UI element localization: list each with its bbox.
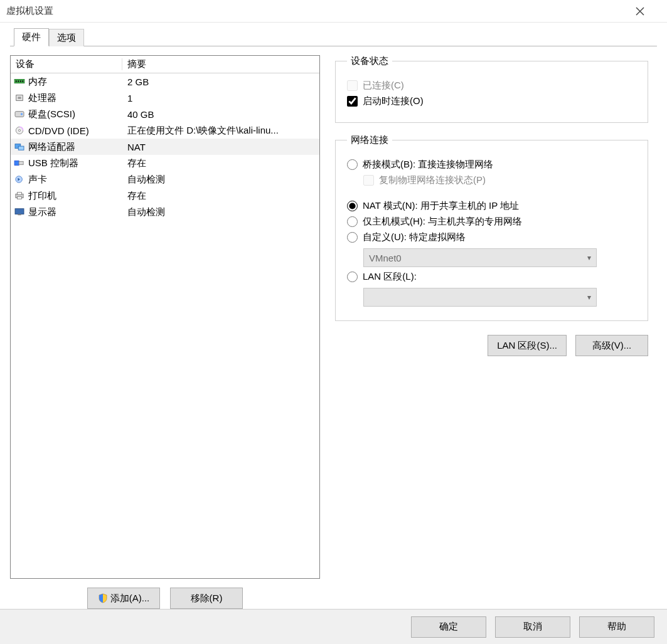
svg-point-8	[21, 113, 23, 115]
device-summary: 1	[122, 93, 319, 103]
custom-network-select: VMnet0 ▾	[363, 248, 597, 267]
device-row-usb[interactable]: USB 控制器存在	[11, 155, 319, 171]
device-row-printer[interactable]: 打印机存在	[11, 187, 319, 204]
memory-icon	[13, 76, 26, 87]
bridged-radio[interactable]	[347, 159, 358, 170]
display-icon	[13, 206, 26, 218]
replicate-label: 复制物理网络连接状态(P)	[379, 174, 486, 186]
device-name: 处理器	[28, 92, 56, 104]
add-button-label: 添加(A)...	[110, 593, 150, 604]
device-row-display[interactable]: 显示器自动检测	[11, 204, 319, 220]
device-name: USB 控制器	[28, 157, 78, 169]
hostonly-label: 仅主机模式(H): 与主机共享的专用网络	[363, 216, 522, 228]
device-row-net[interactable]: 网络适配器NAT	[11, 139, 319, 155]
left-buttons: 添加(A)... 移除(R)	[10, 588, 320, 609]
lan-segments-button[interactable]: LAN 区段(S)...	[488, 335, 567, 356]
window-title: 虚拟机设置	[6, 5, 636, 17]
custom-label: 自定义(U): 特定虚拟网络	[363, 231, 466, 243]
device-row-memory[interactable]: 内存2 GB	[11, 73, 319, 90]
connected-checkbox	[347, 80, 358, 91]
titlebar: 虚拟机设置	[0, 0, 667, 23]
device-summary: 正在使用文件 D:\映像文件\kali-linu...	[122, 125, 319, 137]
device-state-legend: 设备状态	[347, 55, 392, 67]
nat-row[interactable]: NAT 模式(N): 用于共享主机的 IP 地址	[347, 200, 636, 212]
lanseg-label: LAN 区段(L):	[363, 271, 417, 283]
connect-on-start-checkbox[interactable]	[347, 96, 358, 107]
cancel-button[interactable]: 取消	[495, 616, 570, 638]
hostonly-row[interactable]: 仅主机模式(H): 与主机共享的专用网络	[347, 216, 636, 228]
device-summary: 自动检测	[122, 206, 319, 218]
close-icon	[636, 7, 644, 16]
connect-on-start-row[interactable]: 启动时连接(O)	[347, 95, 636, 107]
device-summary: 2 GB	[122, 77, 319, 87]
svg-rect-19	[15, 209, 24, 214]
remove-button[interactable]: 移除(R)	[170, 588, 243, 609]
custom-row[interactable]: 自定义(U): 特定虚拟网络	[347, 231, 636, 243]
device-summary: NAT	[122, 142, 319, 152]
tab-panel-hardware: 设备 摘要 内存2 GB处理器1硬盘(SCSI)40 GBCD/DVD (IDE…	[10, 46, 657, 609]
tab-options[interactable]: 选项	[49, 29, 84, 46]
bridged-label: 桥接模式(B): 直接连接物理网络	[363, 159, 493, 171]
device-row-sound[interactable]: 声卡自动检测	[11, 171, 319, 187]
svg-rect-4	[22, 80, 23, 82]
device-name: 显示器	[28, 206, 56, 218]
connect-on-start-label: 启动时连接(O)	[363, 95, 424, 107]
device-table: 设备 摘要 内存2 GB处理器1硬盘(SCSI)40 GBCD/DVD (IDE…	[10, 55, 320, 579]
bridged-row[interactable]: 桥接模式(B): 直接连接物理网络	[347, 159, 636, 171]
device-table-header: 设备 摘要	[11, 56, 319, 73]
replicate-row: 复制物理网络连接状态(P)	[363, 174, 636, 186]
net-icon	[13, 141, 26, 152]
svg-rect-14	[19, 161, 23, 164]
custom-network-value: VMnet0	[369, 253, 402, 263]
svg-rect-1	[16, 80, 17, 82]
device-summary: 存在	[122, 157, 319, 169]
svg-rect-13	[14, 161, 19, 166]
nat-label: NAT 模式(N): 用于共享主机的 IP 地址	[363, 200, 519, 212]
device-name: 内存	[28, 76, 47, 88]
nat-radio[interactable]	[347, 201, 358, 211]
help-button[interactable]: 帮助	[579, 616, 654, 638]
device-summary: 40 GB	[122, 109, 319, 120]
hostonly-radio[interactable]	[347, 216, 358, 227]
device-summary: 自动检测	[122, 174, 319, 186]
close-button[interactable]	[636, 7, 661, 16]
network-connection-group: 网络连接 桥接模式(B): 直接连接物理网络 复制物理网络连接状态(P) NAT…	[335, 134, 648, 321]
remove-button-label: 移除(R)	[191, 593, 223, 604]
device-row-disk[interactable]: 硬盘(SCSI)40 GB	[11, 106, 319, 122]
custom-radio[interactable]	[347, 232, 358, 243]
dialog-body: 硬件 选项 设备 摘要 内存2 GB处理器1硬盘(SCSI)40 GBCD/DV…	[0, 23, 667, 609]
col-device[interactable]: 设备	[11, 58, 122, 70]
sound-icon	[13, 174, 26, 185]
svg-rect-17	[18, 193, 22, 195]
printer-icon	[13, 190, 26, 201]
device-name: 打印机	[28, 190, 56, 202]
device-summary: 存在	[122, 190, 319, 202]
right-column: 设备状态 已连接(C) 启动时连接(O) 网络连接 桥接模式(B): 直接连接物…	[335, 55, 657, 609]
dialog-footer: 确定 取消 帮助	[0, 609, 667, 644]
svg-rect-18	[18, 197, 22, 199]
advanced-button[interactable]: 高级(V)...	[575, 335, 648, 356]
replicate-checkbox	[363, 175, 374, 186]
network-legend: 网络连接	[347, 134, 392, 146]
left-column: 设备 摘要 内存2 GB处理器1硬盘(SCSI)40 GBCD/DVD (IDE…	[10, 55, 320, 609]
device-name: 网络适配器	[28, 141, 75, 153]
lanseg-select: ▾	[363, 288, 597, 307]
tab-hardware[interactable]: 硬件	[14, 28, 49, 46]
lanseg-row[interactable]: LAN 区段(L):	[347, 271, 636, 283]
col-summary[interactable]: 摘要	[122, 58, 319, 70]
chevron-down-icon: ▾	[587, 253, 591, 262]
device-name: 声卡	[28, 174, 47, 186]
device-name: 硬盘(SCSI)	[28, 108, 75, 120]
device-row-cd[interactable]: CD/DVD (IDE)正在使用文件 D:\映像文件\kali-linu...	[11, 122, 319, 139]
device-row-cpu[interactable]: 处理器1	[11, 90, 319, 106]
device-state-group: 设备状态 已连接(C) 启动时连接(O)	[335, 55, 648, 123]
chevron-down-icon: ▾	[587, 293, 591, 302]
ok-button[interactable]: 确定	[411, 616, 486, 638]
lanseg-radio[interactable]	[347, 272, 358, 282]
svg-point-10	[18, 129, 20, 131]
cpu-icon	[13, 92, 26, 103]
svg-rect-12	[18, 146, 24, 150]
svg-rect-6	[18, 97, 21, 99]
add-button[interactable]: 添加(A)...	[87, 588, 160, 609]
connected-row: 已连接(C)	[347, 80, 636, 92]
